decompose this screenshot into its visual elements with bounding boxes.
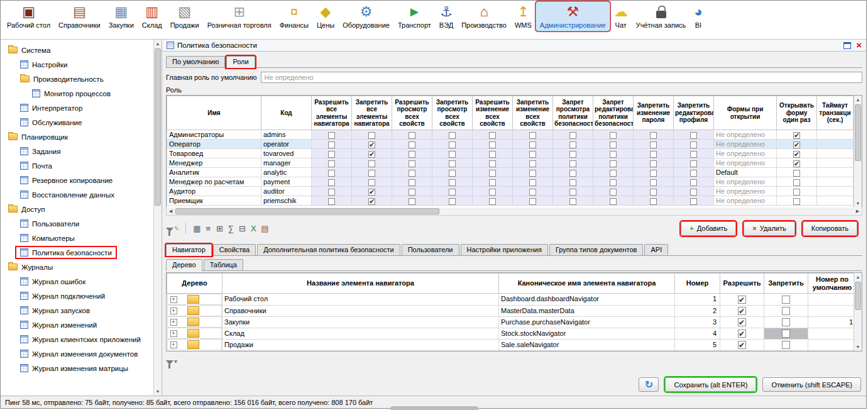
- timeout-cell[interactable]: [817, 158, 854, 168]
- role-permission-cell[interactable]: [432, 196, 473, 206]
- role-permission-cell[interactable]: [674, 130, 714, 140]
- timeout-cell[interactable]: [817, 149, 854, 158]
- role-permission-cell[interactable]: [634, 177, 674, 187]
- sidebar-item-3[interactable]: Монитор процессов: [1, 86, 153, 101]
- nav-deny-cell[interactable]: [764, 339, 808, 350]
- sidebar-item-1[interactable]: Настройки: [1, 57, 153, 72]
- role-permission-cell[interactable]: [553, 149, 593, 158]
- sidebar-item-0[interactable]: Система: [1, 43, 153, 57]
- table-row[interactable]: +Рабочий столDashboard.dashboardNavigato…: [167, 294, 854, 306]
- permission-checkbox[interactable]: [650, 141, 657, 148]
- role-code-cell[interactable]: operator: [261, 140, 312, 149]
- nav-allow-cell[interactable]: [720, 294, 764, 306]
- permission-checkbox[interactable]: [368, 198, 375, 205]
- sidebar-item-5[interactable]: Обслуживание: [1, 115, 153, 130]
- save-button[interactable]: Сохранить (alt ENTER): [665, 377, 756, 392]
- expand-icon[interactable]: +: [170, 296, 177, 303]
- role-permission-cell[interactable]: [312, 196, 352, 206]
- sum-icon[interactable]: ∑: [225, 223, 236, 234]
- permission-checkbox[interactable]: [409, 170, 415, 177]
- column-header[interactable]: Имя: [167, 96, 261, 130]
- role-permission-cell[interactable]: [432, 177, 473, 187]
- permission-checkbox[interactable]: [328, 198, 335, 205]
- deny-checkbox[interactable]: [782, 318, 790, 326]
- permission-checkbox[interactable]: [489, 179, 496, 186]
- role-permission-cell[interactable]: [352, 196, 392, 206]
- column-header[interactable]: Код: [261, 96, 312, 130]
- role-permission-cell[interactable]: [473, 168, 513, 177]
- allow-checkbox[interactable]: [738, 296, 746, 304]
- column-header[interactable]: Таймаут транзакци (сек.): [817, 96, 854, 130]
- permission-checkbox[interactable]: [610, 179, 617, 186]
- sidebar-item-15[interactable]: Журналы: [1, 260, 153, 274]
- open-once-cell[interactable]: [777, 158, 817, 168]
- role-form-cell[interactable]: Не определено: [714, 140, 777, 149]
- column-header[interactable]: Каноническое имя элемента навигатора: [499, 274, 675, 294]
- table-row[interactable]: ПриемщикpriemschikНе определено: [167, 196, 854, 206]
- nav-canonical-cell[interactable]: MasterData.masterData: [499, 305, 675, 316]
- permission-checkbox[interactable]: [328, 132, 335, 139]
- permission-checkbox[interactable]: [449, 170, 456, 177]
- role-permission-cell[interactable]: [553, 158, 593, 168]
- permission-checkbox[interactable]: [409, 132, 415, 139]
- role-table-hscrollbar[interactable]: ◀ ▶: [166, 208, 862, 216]
- permission-checkbox[interactable]: [489, 189, 496, 196]
- column-header[interactable]: Разрешить изменение всех свойств: [473, 96, 513, 130]
- open-once-checkbox[interactable]: [793, 198, 800, 205]
- role-permission-cell[interactable]: [392, 130, 432, 140]
- sidebar-scrollbar[interactable]: ▲ ▼: [153, 40, 162, 396]
- column-header[interactable]: Разрешить просмотр всех свойств: [392, 96, 432, 130]
- allow-checkbox[interactable]: [738, 330, 746, 338]
- role-permission-cell[interactable]: [312, 158, 352, 168]
- role-name-cell[interactable]: Менеджер: [167, 158, 261, 168]
- column-header[interactable]: Разрешить все элементы навигатора: [312, 96, 352, 130]
- table-row[interactable]: ТовароведtovarovedНе определено: [167, 149, 854, 158]
- nav-default-number-cell[interactable]: [808, 339, 854, 350]
- permission-checkbox[interactable]: [489, 141, 496, 148]
- scroll-down-icon[interactable]: ▼: [854, 199, 862, 208]
- role-form-cell[interactable]: Default: [714, 168, 777, 177]
- scroll-right-icon[interactable]: ▶: [854, 208, 862, 215]
- column-header[interactable]: Запретить: [764, 274, 808, 294]
- permission-checkbox[interactable]: [529, 132, 536, 139]
- role-name-cell[interactable]: Администраторы: [167, 130, 261, 140]
- sidebar-item-21[interactable]: Журнал изменения документов: [1, 346, 153, 361]
- permission-checkbox[interactable]: [569, 179, 576, 186]
- nav-deny-cell[interactable]: [764, 305, 808, 316]
- toolbar-item-administration[interactable]: ⚒Администрирование: [536, 2, 610, 31]
- open-once-cell[interactable]: [777, 140, 817, 149]
- permission-checkbox[interactable]: [489, 151, 496, 158]
- role-permission-cell[interactable]: [352, 149, 392, 158]
- table-row[interactable]: +ПродажиSale.saleNavigator5: [167, 339, 854, 350]
- sidebar-item-20[interactable]: Журнал клиентских приложений: [1, 332, 153, 346]
- toolbar-item-finance[interactable]: ¤Финансы: [276, 2, 312, 31]
- role-form-cell[interactable]: Не определено: [714, 187, 777, 196]
- open-once-checkbox[interactable]: [793, 170, 800, 177]
- report-icon[interactable]: ▤: [259, 223, 270, 234]
- nav-allow-cell[interactable]: [720, 316, 764, 328]
- permission-checkbox[interactable]: [690, 132, 697, 139]
- toolbar-item-desktop[interactable]: ▣Рабочий стол: [3, 2, 54, 31]
- permission-checkbox[interactable]: [368, 141, 375, 148]
- permission-checkbox[interactable]: [690, 179, 697, 186]
- table-row[interactable]: АналитикanalyticDefault: [167, 168, 854, 177]
- role-permission-cell[interactable]: [593, 158, 634, 168]
- excel-export-icon[interactable]: X: [248, 223, 259, 234]
- permission-checkbox[interactable]: [610, 151, 617, 158]
- role-form-cell[interactable]: Не определено: [714, 177, 777, 187]
- add-button[interactable]: +Добавить: [681, 221, 736, 236]
- nav-default-number-cell[interactable]: [808, 294, 854, 306]
- role-permission-cell[interactable]: [674, 140, 714, 149]
- sidebar-item-4[interactable]: Интерпретатор: [1, 101, 153, 115]
- role-code-cell[interactable]: priemschik: [261, 196, 312, 206]
- permission-checkbox[interactable]: [409, 189, 415, 196]
- role-permission-cell[interactable]: [674, 149, 714, 158]
- role-permission-cell[interactable]: [553, 177, 593, 187]
- allow-checkbox[interactable]: [738, 341, 746, 349]
- permission-checkbox[interactable]: [690, 170, 697, 177]
- permission-checkbox[interactable]: [529, 151, 536, 158]
- open-once-cell[interactable]: [777, 168, 817, 177]
- close-button[interactable]: ×: [856, 41, 862, 50]
- role-permission-cell[interactable]: [352, 140, 392, 149]
- role-permission-cell[interactable]: [312, 177, 352, 187]
